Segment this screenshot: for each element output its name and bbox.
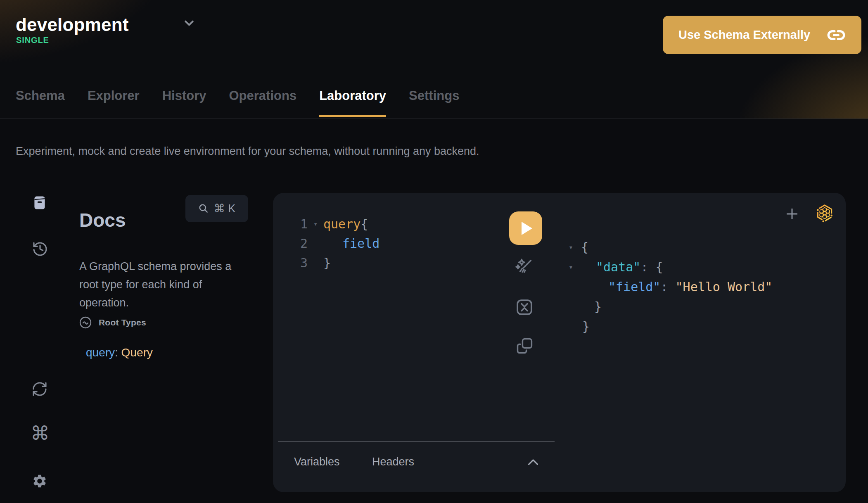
fold-spacer: [308, 253, 323, 273]
query-editor[interactable]: 1▾query{ 2field 3}: [273, 214, 379, 273]
merge-fragments-button[interactable]: [515, 298, 534, 317]
json-colon: :: [660, 280, 675, 294]
editor-line: 3}: [273, 253, 379, 273]
code-field: field: [323, 234, 379, 253]
copy-icon: [515, 337, 534, 355]
prettify-sparkle-broom-icon: [515, 258, 534, 277]
rail-divider: [65, 178, 65, 503]
chevron-up-icon: [527, 458, 539, 465]
root-types-section: Root Types: [79, 316, 146, 329]
merge-icon: [515, 298, 534, 317]
laboratory-page: development SINGLE Use Schema Externally…: [0, 0, 868, 503]
code-punct: }: [323, 253, 331, 273]
search-icon: [198, 203, 209, 214]
page-subtitle: Experiment, mock and create live environ…: [16, 145, 479, 158]
docs-search-button[interactable]: ⌘ K: [185, 195, 248, 222]
line-number: 3: [273, 253, 308, 273]
editor-tools-divider: [278, 441, 555, 442]
response-row: ▾"data": {: [569, 257, 772, 277]
graphiql-panel: 1▾query{ 2field 3}: [273, 193, 846, 492]
add-tab-button[interactable]: [784, 206, 800, 222]
json-punct: }: [569, 299, 602, 314]
line-number: 1: [273, 214, 308, 234]
tab-settings[interactable]: Settings: [409, 88, 459, 119]
fold-spacer: [308, 234, 323, 253]
json-key: "field": [608, 280, 660, 294]
sidebar-item-settings[interactable]: [32, 473, 47, 489]
gear-icon: [32, 473, 47, 489]
collapse-arrow-icon[interactable]: ▾: [569, 237, 573, 257]
prettify-button[interactable]: [515, 258, 534, 277]
docs-description: A GraphQL schema provides a root type fo…: [79, 257, 233, 312]
tab-headers[interactable]: Headers: [372, 456, 414, 468]
json-key: "data": [596, 260, 640, 274]
tab-variables[interactable]: Variables: [294, 456, 340, 468]
hive-logo-icon: [815, 204, 835, 224]
page-header: development SINGLE Use Schema Externally…: [0, 0, 868, 119]
code-punct: {: [360, 214, 368, 234]
plus-icon: [784, 206, 800, 222]
tab-history[interactable]: History: [162, 88, 206, 119]
json-colon: :: [640, 260, 655, 274]
sidebar-item-history[interactable]: [32, 241, 48, 257]
root-type-query-link[interactable]: query: Query: [86, 346, 153, 359]
collapse-editor-tools-button[interactable]: [527, 458, 539, 465]
response-row: }: [569, 297, 772, 317]
line-number: 2: [273, 234, 308, 253]
editor-line: 2field: [273, 234, 379, 253]
link-icon: [827, 28, 846, 42]
root-type-type[interactable]: Query: [121, 346, 153, 359]
history-icon: [32, 241, 48, 257]
refresh-icon: [31, 381, 48, 397]
json-string-value: "Hello World": [676, 280, 773, 294]
response-row: }: [569, 317, 772, 337]
root-types-icon: [79, 316, 92, 329]
root-types-label: Root Types: [99, 318, 146, 327]
collapse-arrow-icon[interactable]: ▾: [569, 257, 573, 277]
search-shortcut-label: ⌘ K: [214, 202, 236, 215]
chevron-down-icon: [183, 19, 195, 27]
root-type-colon: :: [115, 346, 121, 359]
editor-line: 1▾query{: [273, 214, 379, 234]
use-schema-label: Use Schema Externally: [678, 28, 810, 42]
tab-operations[interactable]: Operations: [229, 88, 297, 119]
response-row: "field": "Hello World": [569, 277, 772, 297]
tab-schema[interactable]: Schema: [16, 88, 65, 119]
sidebar-item-reload-schema[interactable]: [31, 381, 48, 397]
play-icon: [522, 222, 532, 235]
use-schema-externally-button[interactable]: Use Schema Externally: [663, 16, 861, 54]
code-keyword: query: [323, 214, 360, 234]
response-viewer: ▾{ ▾"data": { "field": "Hello World" } }: [569, 237, 772, 337]
command-icon: ⌘: [31, 422, 50, 444]
docs-book-icon: [32, 195, 47, 211]
project-title: development: [16, 14, 129, 35]
tab-explorer[interactable]: Explorer: [88, 88, 140, 119]
copy-query-button[interactable]: [515, 337, 534, 355]
root-type-field: query: [86, 346, 115, 359]
json-punct: }: [569, 319, 590, 334]
sidebar-item-shortcuts[interactable]: ⌘: [31, 424, 50, 443]
sidebar-item-docs[interactable]: [32, 195, 47, 211]
response-row: ▾{: [569, 237, 772, 257]
environment-badge: SINGLE: [16, 36, 49, 45]
execute-query-button[interactable]: [509, 211, 542, 245]
main-tabs: Schema Explorer History Operations Labor…: [16, 88, 459, 119]
project-switcher[interactable]: [183, 19, 195, 29]
json-punct: {: [656, 260, 663, 274]
fold-arrow-icon[interactable]: ▾: [308, 214, 323, 234]
docs-title: Docs: [79, 209, 126, 231]
tab-laboratory[interactable]: Laboratory: [319, 88, 386, 119]
